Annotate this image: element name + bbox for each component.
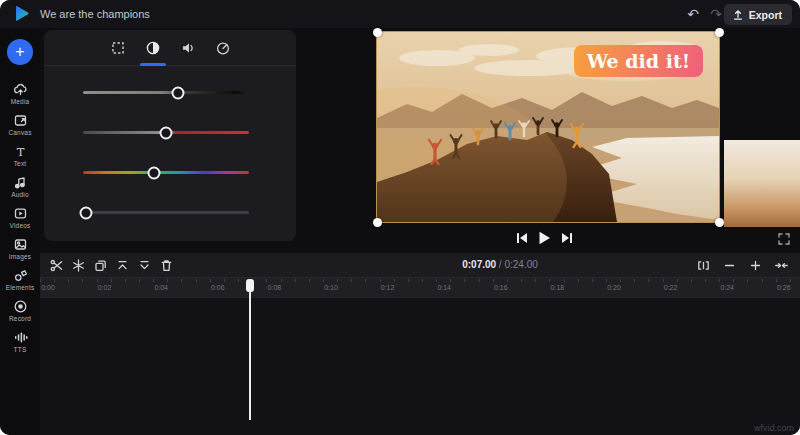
- timeline-tracks: We did it! On top of the world: [40, 298, 800, 435]
- tab-transform[interactable]: [107, 30, 129, 65]
- ruler-label: 0:04: [154, 284, 168, 291]
- play-icon[interactable]: [538, 231, 551, 245]
- sidebar-item-audio[interactable]: Audio: [0, 171, 40, 202]
- ruler-label: 0:12: [381, 284, 395, 291]
- sidebar-item-images[interactable]: Images: [0, 233, 40, 264]
- fullscreen-icon[interactable]: [778, 233, 790, 245]
- saturation-slider-handle[interactable]: [160, 126, 173, 139]
- tab-volume[interactable]: [177, 30, 199, 65]
- contrast-slider-handle[interactable]: [171, 86, 184, 99]
- sidebar-item-tts[interactable]: TTS: [0, 326, 40, 357]
- duplicate-button[interactable]: [92, 257, 109, 274]
- tab-adjust-colors[interactable]: [142, 30, 164, 65]
- tab-speed[interactable]: [212, 30, 234, 65]
- record-icon: [13, 299, 28, 314]
- svg-text:T: T: [16, 145, 24, 159]
- ruler-label: 0:10: [324, 284, 338, 291]
- title-overlay[interactable]: We did it!: [574, 45, 703, 77]
- preview-stage-selected-video[interactable]: We did it!: [377, 32, 719, 222]
- ruler-label: 0:00: [41, 284, 55, 291]
- sidebar: + Media CanvasT Text Audio Videos Images…: [0, 28, 40, 435]
- resize-handle-bottom-left[interactable]: [373, 218, 382, 227]
- contrast-slider-track[interactable]: [83, 91, 249, 94]
- hue-slider-track[interactable]: [83, 171, 249, 174]
- upload-cloud-icon: [13, 82, 28, 97]
- hue-slider-handle[interactable]: [148, 166, 161, 179]
- sidebar-item-label: Record: [9, 315, 31, 322]
- skip-back-icon[interactable]: [516, 232, 528, 244]
- text-icon: T: [13, 144, 28, 159]
- topbar: We are the champions ↶ ↷ Export: [0, 0, 800, 28]
- cut-button[interactable]: [48, 257, 65, 274]
- ruler-label: 0:26: [777, 284, 791, 291]
- export-icon: [732, 9, 744, 21]
- sidebar-item-record[interactable]: Record: [0, 295, 40, 326]
- project-title[interactable]: We are the champions: [40, 0, 150, 28]
- resize-handle-bottom-right[interactable]: [715, 218, 724, 227]
- saturation-slider-track[interactable]: [83, 131, 249, 134]
- slider-row-hue: [44, 146, 296, 186]
- speed-icon: [215, 40, 231, 56]
- ruler-label: 0:06: [211, 284, 225, 291]
- zoom-out-button[interactable]: [721, 257, 738, 274]
- skip-forward-icon[interactable]: [561, 232, 573, 244]
- canvas-icon: [13, 113, 28, 128]
- ruler-label: 0:22: [664, 284, 678, 291]
- ruler-label: 0:24: [720, 284, 734, 291]
- image-icon: [13, 237, 28, 252]
- zoom-fit-button[interactable]: [695, 257, 712, 274]
- export-button[interactable]: Export: [724, 4, 792, 25]
- playhead-handle[interactable]: [246, 279, 254, 292]
- adjust-colors-icon: [145, 40, 161, 56]
- sidebar-item-label: Canvas: [8, 129, 31, 136]
- blur-slider-handle[interactable]: [80, 206, 93, 219]
- slider-row-saturation: [44, 106, 296, 146]
- lower-button[interactable]: [136, 257, 153, 274]
- raise-button[interactable]: [114, 257, 131, 274]
- add-media-button[interactable]: +: [7, 39, 33, 65]
- sidebar-item-canvas[interactable]: Canvas: [0, 109, 40, 140]
- sidebar-item-label: Elements: [6, 284, 35, 291]
- playhead-line: [249, 279, 251, 420]
- sidebar-item-text[interactable]: T Text: [0, 140, 40, 171]
- blur-slider-track[interactable]: [83, 211, 249, 214]
- video-icon: [13, 206, 28, 221]
- app-logo-icon[interactable]: [12, 4, 32, 24]
- undo-button[interactable]: ↶: [683, 3, 703, 25]
- freeze-button[interactable]: [70, 257, 87, 274]
- adjust-colors-panel: [44, 30, 296, 241]
- ruler-label: 0:02: [98, 284, 112, 291]
- sidebar-item-label: Videos: [10, 222, 31, 229]
- timeline-toolbar: 0:07.00 / 0:24.00: [40, 253, 800, 277]
- video-editor-window: We are the champions ↶ ↷ Export + Media …: [0, 0, 800, 435]
- panel-tabs: [44, 30, 296, 66]
- waveform-icon: [13, 330, 28, 345]
- music-note-icon: [13, 175, 28, 190]
- ruler-label: 0:08: [268, 284, 282, 291]
- slider-row-blur: [44, 186, 296, 226]
- fit-to-screen-button[interactable]: [773, 257, 790, 274]
- ruler-label: 0:14: [437, 284, 451, 291]
- preview-overflow-image-strip: [724, 140, 800, 227]
- sidebar-item-media[interactable]: Media: [0, 78, 40, 109]
- timecode: 0:07.00 / 0:24.00: [420, 259, 580, 270]
- ruler-ticks: [40, 279, 800, 282]
- sidebar-item-label: Images: [9, 253, 32, 260]
- volume-icon: [180, 40, 196, 56]
- ruler-label: 0:16: [494, 284, 508, 291]
- transform-icon: [110, 40, 126, 56]
- sidebar-item-label: TTS: [14, 346, 27, 353]
- resize-handle-top-right[interactable]: [715, 28, 724, 37]
- zoom-in-button[interactable]: [747, 257, 764, 274]
- timeline-ruler[interactable]: 0:000:020:040:060:080:100:120:140:160:18…: [40, 277, 800, 299]
- export-label: Export: [749, 9, 782, 21]
- ruler-label: 0:20: [607, 284, 621, 291]
- resize-handle-top-left[interactable]: [373, 28, 382, 37]
- playback-controls: [516, 231, 573, 245]
- total-time: 0:24.00: [504, 259, 537, 270]
- sidebar-item-videos[interactable]: Videos: [0, 202, 40, 233]
- sidebar-item-elements[interactable]: Elements: [0, 264, 40, 295]
- slider-row-contrast: [44, 66, 296, 106]
- delete-button[interactable]: [158, 257, 175, 274]
- sidebar-item-label: Text: [14, 160, 27, 167]
